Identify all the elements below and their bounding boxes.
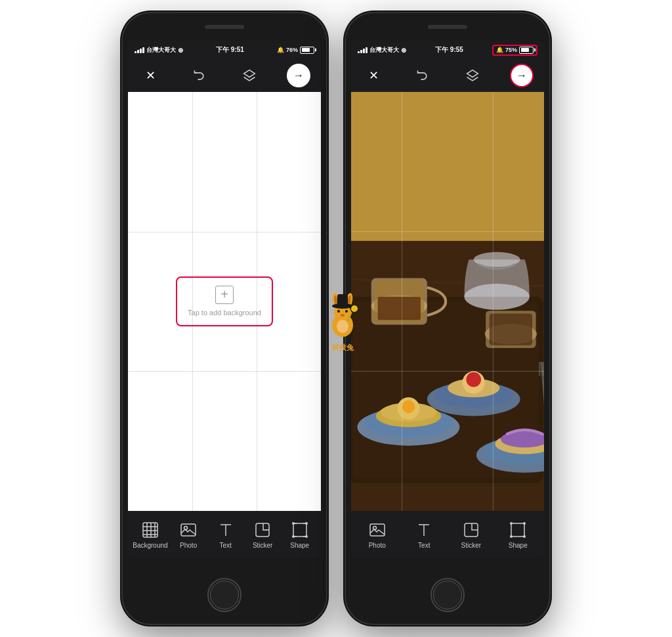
status-right-right: 🔔 75% xyxy=(492,45,537,56)
tool-photo-right[interactable]: Photo xyxy=(361,521,394,549)
tool-background[interactable]: Background xyxy=(133,521,167,549)
battery-fill-left xyxy=(302,48,310,52)
svg-point-60 xyxy=(402,400,415,413)
svg-rect-13 xyxy=(293,523,306,537)
tool-shape-left[interactable]: Shape xyxy=(284,521,316,549)
bottom-toolbar-right: Photo Text xyxy=(351,511,544,558)
carrier-right: 台灣大哥大 xyxy=(369,46,399,55)
screen-left: 台灣大哥大 ⊛ 下午 9:51 🔔 76% ✕ xyxy=(128,41,321,558)
svg-point-85 xyxy=(523,522,526,525)
svg-point-87 xyxy=(523,535,526,538)
carrier-left: 台灣大哥大 xyxy=(146,46,176,55)
battery-icon-left xyxy=(300,47,314,54)
alarm-icon-right: 🔔 xyxy=(496,47,503,53)
bar4 xyxy=(142,47,144,53)
alarm-icon-left: 🔔 xyxy=(277,47,284,53)
svg-rect-38 xyxy=(351,92,544,259)
svg-rect-33 xyxy=(337,294,348,307)
status-left-right: 台灣大哥大 ⊛ xyxy=(358,46,406,55)
mascot-container: 科技兔 xyxy=(323,289,362,353)
home-button-left[interactable] xyxy=(210,581,239,609)
svg-point-34 xyxy=(351,305,358,312)
white-canvas[interactable]: + Tap to add background xyxy=(128,92,321,511)
next-button-right[interactable]: → xyxy=(510,64,534,87)
tool-text-right[interactable]: Text xyxy=(408,521,440,549)
bottom-toolbar-left: Background Photo xyxy=(128,511,321,558)
bar1 xyxy=(135,51,136,53)
scene: 台灣大哥大 ⊛ 下午 9:51 🔔 76% ✕ xyxy=(0,0,672,637)
svg-rect-83 xyxy=(511,523,524,537)
sticker-label-left: Sticker xyxy=(253,542,273,549)
add-background-label: Tap to add background xyxy=(188,308,261,317)
mascot-rabbit-icon xyxy=(323,289,362,341)
tool-shape-right[interactable]: Shape xyxy=(501,521,534,549)
svg-point-84 xyxy=(510,522,513,525)
svg-point-21 xyxy=(305,535,308,538)
status-left-group: 台灣大哥大 ⊛ xyxy=(135,46,183,55)
canvas-area-right[interactable] xyxy=(351,92,544,511)
close-button-right[interactable]: ✕ xyxy=(362,64,385,87)
toolbar-right: ✕ → xyxy=(351,59,544,92)
photo-label-left: Photo xyxy=(180,542,197,549)
screen-right: 台灣大哥大 ⊛ 下午 9:55 🔔 75% ✕ xyxy=(351,41,544,558)
undo-button-right[interactable] xyxy=(411,64,434,87)
wifi-icon-left: ⊛ xyxy=(178,47,183,54)
svg-marker-36 xyxy=(467,70,478,77)
status-bar-left: 台灣大哥大 ⊛ 下午 9:51 🔔 76% xyxy=(128,41,321,59)
tool-photo-left[interactable]: Photo xyxy=(172,521,205,549)
sticker-label-right: Sticker xyxy=(461,542,481,549)
wifi-icon-right: ⊛ xyxy=(401,47,406,54)
home-area-right xyxy=(430,578,465,612)
svg-point-30 xyxy=(341,314,345,317)
grid-h1 xyxy=(128,232,321,232)
svg-marker-0 xyxy=(243,70,255,77)
add-background-button[interactable]: + Tap to add background xyxy=(176,276,273,326)
background-icon xyxy=(141,521,159,539)
svg-rect-78 xyxy=(370,524,385,536)
svg-point-29 xyxy=(345,310,348,313)
battery-icon-right xyxy=(519,47,534,54)
text-icon-left xyxy=(217,521,235,539)
close-button-left[interactable]: ✕ xyxy=(138,64,162,87)
home-area-left xyxy=(207,578,242,612)
svg-point-31 xyxy=(337,320,348,333)
shape-icon-left xyxy=(291,521,309,539)
svg-point-28 xyxy=(337,310,340,313)
background-label: Background xyxy=(133,542,167,549)
undo-button-left[interactable] xyxy=(188,64,211,87)
photo-canvas[interactable] xyxy=(351,92,544,511)
home-button-right[interactable] xyxy=(433,581,462,609)
mascot-label: 科技兔 xyxy=(332,343,354,353)
phone-speaker-right xyxy=(428,25,467,29)
bar2 xyxy=(137,50,139,53)
canvas-area-left[interactable]: + Tap to add background xyxy=(128,92,321,511)
grid-h2 xyxy=(128,371,321,372)
battery-pct-left: 76% xyxy=(286,47,298,53)
sticker-icon-right xyxy=(462,521,480,539)
shape-icon-right xyxy=(509,521,527,539)
svg-point-65 xyxy=(466,372,481,387)
photo-label-right: Photo xyxy=(369,542,386,549)
svg-point-19 xyxy=(305,522,308,525)
battery-fill-right xyxy=(521,48,530,52)
svg-point-18 xyxy=(292,522,295,525)
text-icon-right xyxy=(415,521,433,539)
svg-rect-54 xyxy=(490,313,532,345)
toolbar-left: ✕ → xyxy=(128,59,321,92)
next-button-left[interactable]: → xyxy=(287,64,310,87)
phone-left: 台灣大哥大 ⊛ 下午 9:51 🔔 76% ✕ xyxy=(123,13,326,624)
svg-point-86 xyxy=(510,535,513,538)
tool-sticker-right[interactable]: Sticker xyxy=(455,521,488,549)
status-right-left: 🔔 76% xyxy=(277,47,314,54)
tool-sticker-left[interactable]: Sticker xyxy=(246,521,279,549)
tool-text-left[interactable]: Text xyxy=(209,521,242,549)
time-right: 下午 9:55 xyxy=(435,45,463,55)
text-label-left: Text xyxy=(219,542,231,549)
svg-point-20 xyxy=(292,535,295,538)
phone-right: 台灣大哥大 ⊛ 下午 9:55 🔔 75% ✕ xyxy=(346,13,549,624)
layers-button-left[interactable] xyxy=(238,64,261,87)
layers-button-right[interactable] xyxy=(461,64,484,87)
shape-label-right: Shape xyxy=(509,542,528,549)
signal-icon-right xyxy=(358,47,368,53)
cafe-photo-svg xyxy=(351,92,544,511)
